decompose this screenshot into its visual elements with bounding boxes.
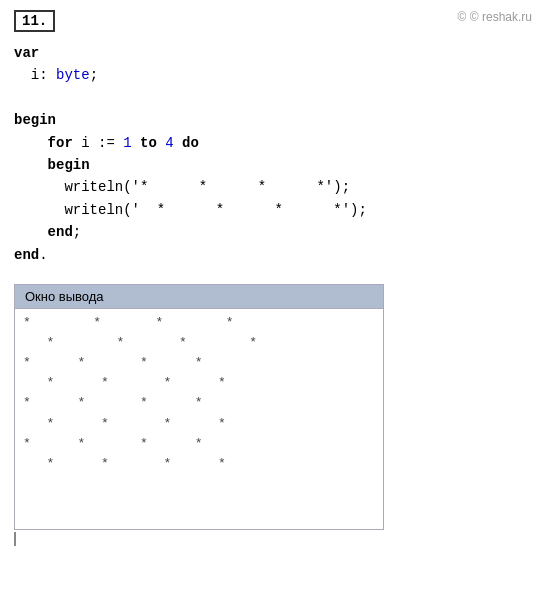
copyright-symbol: © bbox=[458, 10, 467, 24]
output-row-2: * * * * bbox=[23, 333, 375, 353]
code-line-begin-main: begin bbox=[14, 109, 532, 131]
output-row-6: * * * * bbox=[23, 414, 375, 434]
code-line-for: for i := 1 to 4 do bbox=[14, 132, 532, 154]
keyword-for: for bbox=[48, 135, 73, 151]
output-header: Окно вывода bbox=[15, 285, 383, 309]
keyword-begin-main: begin bbox=[14, 112, 56, 128]
page-container: © © reshak.ru 11. var i: byte; begin for… bbox=[0, 0, 546, 556]
watermark-text: © reshak.ru bbox=[470, 10, 532, 24]
number-1: 1 bbox=[123, 135, 131, 151]
keyword-var: var bbox=[14, 45, 39, 61]
keyword-begin-inner: begin bbox=[48, 157, 90, 173]
code-line-var: var bbox=[14, 42, 532, 64]
code-line-end-inner: end; bbox=[14, 221, 532, 243]
output-row-4: * * * * bbox=[23, 373, 375, 393]
code-line-writeln1: writeln('* * * *'); bbox=[14, 176, 532, 198]
number-4: 4 bbox=[165, 135, 173, 151]
keyword-end-inner: end bbox=[48, 224, 73, 240]
problem-number: 11. bbox=[14, 10, 55, 32]
output-row-8: * * * * bbox=[23, 454, 375, 474]
type-byte: byte bbox=[56, 67, 90, 83]
output-header-label: Окно вывода bbox=[25, 289, 104, 304]
output-row-1: * * * * bbox=[23, 313, 375, 333]
code-line-blank1 bbox=[14, 87, 532, 109]
output-row-3: * * * * bbox=[23, 353, 375, 373]
output-row-5: * * * * bbox=[23, 393, 375, 413]
keyword-end-main: end bbox=[14, 247, 39, 263]
watermark: © © reshak.ru bbox=[458, 10, 532, 24]
output-section: Окно вывода * * * * * * * * * * * * * * … bbox=[14, 284, 384, 530]
output-body: * * * * * * * * * * * * * * * * * * * * … bbox=[15, 309, 383, 529]
bottom-bar bbox=[14, 532, 532, 546]
code-line-i: i: byte; bbox=[14, 64, 532, 86]
code-block: var i: byte; begin for i := 1 to 4 do be… bbox=[14, 42, 532, 266]
code-line-end-main: end. bbox=[14, 244, 532, 266]
keyword-do: do bbox=[182, 135, 199, 151]
code-line-begin-inner: begin bbox=[14, 154, 532, 176]
output-row-7: * * * * bbox=[23, 434, 375, 454]
problem-number-box: 11. bbox=[14, 10, 532, 42]
keyword-to: to bbox=[140, 135, 157, 151]
code-line-writeln2: writeln(' * * * *'); bbox=[14, 199, 532, 221]
